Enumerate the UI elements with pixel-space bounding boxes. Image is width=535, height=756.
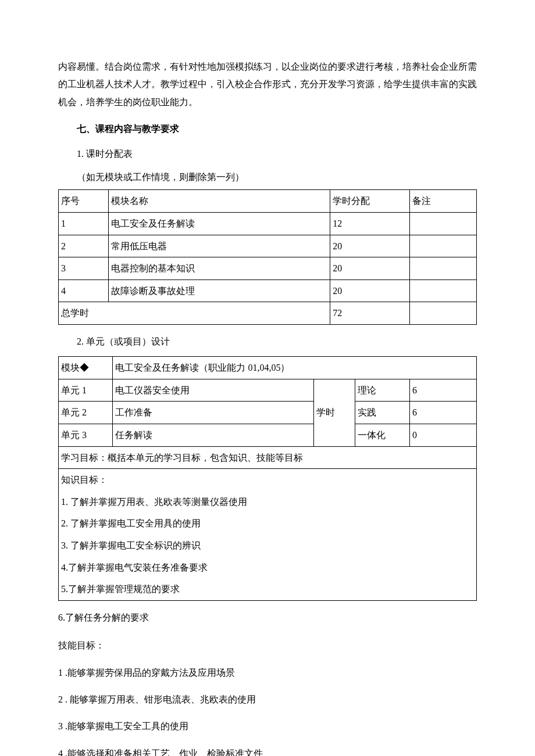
intro-paragraph: 内容易懂。结合岗位需求，有针对性地加强模拟练习，以企业岗位的要求进行考核，培养社…: [58, 58, 477, 111]
cell-hours: 20: [330, 280, 410, 302]
s4: 4 .能够选择和准备相关工艺、作业、检验标准文件: [58, 745, 477, 756]
table-row: 模块◆ 电工安全及任务解读（职业能力 01,04,05）: [59, 357, 477, 379]
header-remark: 备注: [409, 190, 476, 213]
theory-label: 理论: [355, 379, 409, 402]
sub2-heading: 2. 单元（或项目）设计: [58, 333, 477, 350]
table-row: 知识目标： 1. 了解并掌握万用表、兆欧表等测量仪器使用 2. 了解并掌握电工安…: [59, 469, 477, 601]
k6-line: 6.了解任务分解的要求: [58, 609, 477, 626]
total-label: 总学时: [59, 302, 330, 325]
k3: 3. 了解并掌握电工安全标识的辨识: [61, 538, 474, 553]
cell-seq: 2: [59, 235, 109, 257]
header-name: 模块名称: [109, 190, 330, 213]
module-value: 电工安全及任务解读（职业能力 01,04,05）: [113, 357, 477, 379]
cell-remark: [409, 280, 476, 302]
unit3-value: 任务解读: [113, 424, 313, 447]
sub1-heading: 1. 课时分配表: [58, 145, 477, 163]
unit3-label: 单元 3: [59, 424, 113, 447]
cell-name: 电工安全及任务解读: [109, 212, 330, 235]
table-row: 序号 模块名称 学时分配 备注: [59, 190, 477, 213]
unit2-label: 单元 2: [59, 402, 113, 424]
module-label: 模块◆: [59, 357, 113, 379]
practice-hours: 6: [409, 402, 476, 424]
k4: 4.了解并掌握电气安装任务准备要求: [61, 560, 474, 575]
practice-label: 实践: [355, 402, 409, 424]
table-row: 单元 1 电工仪器安全使用 学时 理论 6: [59, 379, 477, 402]
table-row: 4 故障诊断及事故处理 20: [59, 280, 477, 302]
unit2-value: 工作准备: [113, 402, 313, 424]
cell-name: 故障诊断及事故处理: [109, 280, 330, 302]
skill-heading: 技能目标：: [58, 637, 477, 654]
cell-seq: 3: [59, 257, 109, 280]
table-row: 2 常用低压电器 20: [59, 235, 477, 257]
total-remark: [409, 302, 476, 325]
table-row: 3 电器控制的基本知识 20: [59, 257, 477, 280]
hours-label: 学时: [313, 379, 355, 446]
cell-hours: 20: [330, 235, 410, 257]
table-row: 总学时 72: [59, 302, 477, 325]
theory-hours: 6: [409, 379, 476, 402]
k1: 1. 了解并掌握万用表、兆欧表等测量仪器使用: [61, 495, 474, 510]
course-hours-table: 序号 模块名称 学时分配 备注 1 电工安全及任务解读 12 2 常用低压电器 …: [58, 189, 477, 325]
table-row: 学习目标：概括本单元的学习目标，包含知识、技能等目标: [59, 446, 477, 469]
s3: 3 .能够掌握电工安全工具的使用: [58, 718, 477, 735]
s2: 2 . 能够掌握万用表、钳形电流表、兆欧表的使用: [58, 691, 477, 708]
cell-name: 电器控制的基本知识: [109, 257, 330, 280]
table-row: 单元 2 工作准备 实践 6: [59, 402, 477, 424]
unit1-label: 单元 1: [59, 379, 113, 402]
unit1-value: 电工仪器安全使用: [113, 379, 313, 402]
unit-design-table: 模块◆ 电工安全及任务解读（职业能力 01,04,05） 单元 1 电工仪器安全…: [58, 356, 477, 601]
cell-hours: 20: [330, 257, 410, 280]
cell-name: 常用低压电器: [109, 235, 330, 257]
total-hours: 72: [330, 302, 410, 325]
header-seq: 序号: [59, 190, 109, 213]
cell-seq: 4: [59, 280, 109, 302]
integrated-label: 一体化: [355, 424, 409, 447]
cell-seq: 1: [59, 212, 109, 235]
header-hours: 学时分配: [330, 190, 410, 213]
section-7-heading: 七、课程内容与教学要求: [58, 120, 477, 138]
table-row: 单元 3 任务解读 一体化 0: [59, 424, 477, 447]
cell-remark: [409, 235, 476, 257]
k5: 5.了解并掌握管理规范的要求: [61, 582, 474, 597]
integrated-hours: 0: [409, 424, 476, 447]
cell-hours: 12: [330, 212, 410, 235]
cell-remark: [409, 212, 476, 235]
goal-line: 学习目标：概括本单元的学习目标，包含知识、技能等目标: [59, 446, 477, 469]
table-row: 1 电工安全及任务解读 12: [59, 212, 477, 235]
cell-remark: [409, 257, 476, 280]
knowledge-heading: 知识目标：: [61, 472, 474, 488]
k2: 2. 了解并掌握电工安全用具的使用: [61, 516, 474, 531]
sub1-note: （如无模块或工作情境，则删除第一列）: [58, 169, 477, 186]
knowledge-block: 知识目标： 1. 了解并掌握万用表、兆欧表等测量仪器使用 2. 了解并掌握电工安…: [59, 469, 477, 601]
s1: 1 .能够掌握劳保用品的穿戴方法及应用场景: [58, 664, 477, 682]
